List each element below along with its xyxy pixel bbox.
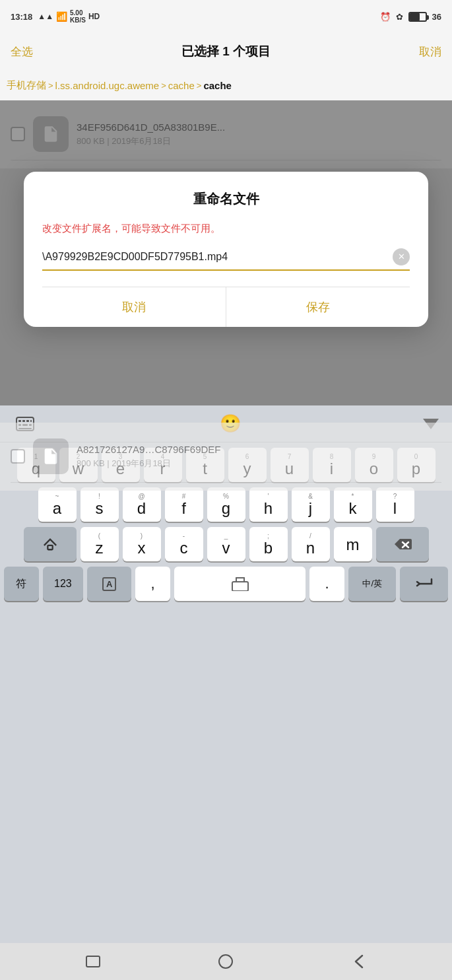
key-a[interactable]: ~a bbox=[38, 487, 77, 522]
file-icon-1 bbox=[33, 438, 69, 474]
speed-label: 5.00KB/S bbox=[70, 9, 86, 24]
keyboard-area: 🙂 1q 2w 3e 4r 5t 6y 7u 8i 9o 0p ~a !s @d… bbox=[0, 405, 452, 980]
back-button[interactable] bbox=[349, 952, 369, 971]
home-bar bbox=[0, 943, 452, 980]
dialog-cancel-button[interactable]: 取消 bbox=[42, 287, 226, 327]
svg-rect-4 bbox=[30, 420, 32, 422]
time: 13:18 bbox=[11, 12, 32, 22]
num123-key[interactable]: 123 bbox=[43, 567, 84, 601]
file-info-1: A821726127A9…C8796F69DEF 800 KB | 2019年6… bbox=[77, 444, 441, 470]
top-nav: 全选 已选择 1 个项目 取消 bbox=[0, 33, 452, 70]
breadcrumb: 手机存储 > l.ss.android.ugc.aweme > cache > … bbox=[0, 70, 452, 100]
breadcrumb-item-0[interactable]: 手机存储 bbox=[7, 79, 46, 92]
svg-rect-16 bbox=[86, 956, 100, 967]
recents-button[interactable] bbox=[83, 952, 103, 971]
translate-key[interactable]: A bbox=[87, 567, 131, 601]
status-left: 13:18 ▲▲ 📶 5.00KB/S HD bbox=[11, 9, 100, 24]
key-h[interactable]: 'h bbox=[249, 487, 288, 522]
svg-rect-12 bbox=[232, 582, 248, 591]
dialog-title: 重命名文件 bbox=[42, 190, 410, 208]
keyboard-row-2: ~a !s @d #f %g 'h &j *k ?l bbox=[4, 487, 448, 522]
period-key[interactable]: . bbox=[309, 567, 344, 601]
sym-key[interactable]: 符 bbox=[4, 567, 39, 601]
dialog-actions: 取消 保存 bbox=[42, 287, 410, 327]
keyboard-row-3: (z )x -c _v ;b /n m bbox=[4, 527, 448, 561]
key-c[interactable]: -c bbox=[165, 527, 203, 561]
status-right: ⏰ ✿ 36 bbox=[380, 12, 441, 22]
keyboard-row-bottom: 符 123 A , . 中/英 bbox=[4, 567, 448, 601]
svg-rect-1 bbox=[18, 420, 21, 422]
nav-title: 已选择 1 个项目 bbox=[181, 43, 271, 60]
bg-content-2: A821726127A9…C8796F69DEF 800 KB | 2019年6… bbox=[0, 423, 452, 491]
space-key[interactable] bbox=[174, 567, 306, 601]
dialog-input-row bbox=[42, 248, 410, 271]
file-meta-1: 800 KB | 2019年6月18日 bbox=[77, 458, 441, 470]
svg-rect-9 bbox=[48, 545, 52, 549]
alarm-icon: ⏰ bbox=[380, 12, 391, 22]
bluetooth-icon: ✿ bbox=[396, 12, 403, 22]
clear-input-button[interactable] bbox=[393, 248, 410, 265]
key-s[interactable]: !s bbox=[81, 487, 119, 522]
breadcrumb-item-3[interactable]: cache bbox=[203, 80, 232, 91]
key-g[interactable]: %g bbox=[207, 487, 245, 522]
key-x[interactable]: )x bbox=[123, 527, 161, 561]
file-name-1: A821726127A9…C8796F69DEF bbox=[77, 444, 441, 455]
dialog-warning: 改变文件扩展名，可能导致文件不可用。 bbox=[42, 221, 410, 236]
key-m[interactable]: m bbox=[334, 527, 372, 561]
shift-key[interactable] bbox=[24, 527, 77, 561]
lang-switch-key[interactable]: 中/英 bbox=[348, 567, 397, 601]
key-n[interactable]: /n bbox=[292, 527, 330, 561]
file-checkbox-1[interactable] bbox=[11, 449, 25, 464]
comma-key[interactable]: , bbox=[135, 567, 170, 601]
key-j[interactable]: &j bbox=[292, 487, 330, 522]
wifi-icon: 📶 bbox=[56, 11, 67, 22]
key-d[interactable]: @d bbox=[123, 487, 161, 522]
key-z[interactable]: (z bbox=[81, 527, 119, 561]
key-f[interactable]: #f bbox=[165, 487, 203, 522]
backspace-key[interactable] bbox=[376, 527, 429, 561]
svg-rect-2 bbox=[22, 420, 25, 422]
svg-point-17 bbox=[219, 955, 232, 968]
rename-dialog: 重命名文件 改变文件扩展名，可能导致文件不可用。 取消 保存 bbox=[24, 172, 428, 327]
battery-icon bbox=[408, 12, 427, 22]
hd-label: HD bbox=[88, 12, 100, 21]
battery-level: 36 bbox=[432, 12, 441, 22]
svg-rect-3 bbox=[26, 420, 29, 422]
key-k[interactable]: *k bbox=[334, 487, 372, 522]
breadcrumb-sep-1: > bbox=[159, 81, 168, 90]
breadcrumb-sep-0: > bbox=[46, 81, 55, 90]
rename-input[interactable] bbox=[42, 251, 387, 263]
key-b[interactable]: ;b bbox=[249, 527, 288, 561]
enter-key[interactable] bbox=[400, 567, 448, 601]
breadcrumb-sep-2: > bbox=[195, 81, 204, 90]
breadcrumb-item-1[interactable]: l.ss.android.ugc.aweme bbox=[55, 80, 160, 91]
breadcrumb-item-2[interactable]: cache bbox=[168, 80, 195, 91]
signal-icon: ▲▲ bbox=[38, 12, 53, 21]
key-v[interactable]: _v bbox=[207, 527, 245, 561]
dialog-save-button[interactable]: 保存 bbox=[226, 287, 410, 327]
file-row-2: A821726127A9…C8796F69DEF 800 KB | 2019年6… bbox=[11, 431, 441, 483]
status-bar: 13:18 ▲▲ 📶 5.00KB/S HD ⏰ ✿ 36 bbox=[0, 0, 452, 33]
cancel-nav-button[interactable]: 取消 bbox=[419, 44, 441, 59]
home-button[interactable] bbox=[216, 952, 236, 971]
key-l[interactable]: ?l bbox=[376, 487, 414, 522]
select-all-button[interactable]: 全选 bbox=[11, 44, 33, 59]
